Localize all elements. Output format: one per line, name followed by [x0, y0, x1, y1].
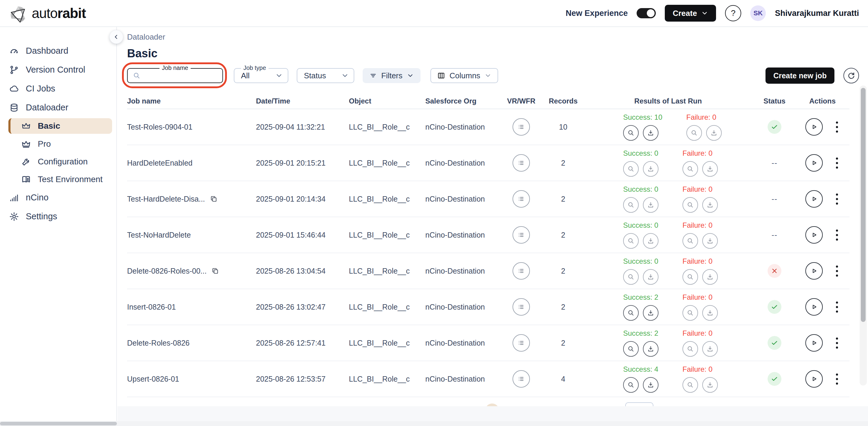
- view-failure-records-button[interactable]: [682, 269, 698, 285]
- run-job-button[interactable]: [805, 262, 823, 280]
- download-success-records-button[interactable]: [643, 305, 658, 321]
- job-name[interactable]: Upsert-0826-01: [127, 375, 179, 384]
- view-failure-records-button[interactable]: [682, 161, 698, 177]
- row-menu-button[interactable]: [834, 228, 840, 243]
- download-failure-records-button[interactable]: [702, 377, 718, 393]
- sidebar-item-label: Dataloader: [26, 103, 68, 113]
- run-job-button[interactable]: [805, 298, 823, 316]
- job-salesforce-org: nCino-Destination: [425, 195, 499, 203]
- copy-icon[interactable]: [211, 267, 219, 275]
- run-job-button[interactable]: [805, 334, 823, 351]
- download-failure-records-button[interactable]: [702, 269, 718, 285]
- run-job-button[interactable]: [805, 226, 823, 244]
- job-name[interactable]: HardDeleteEnabled: [127, 159, 192, 167]
- sidebar-item-pro[interactable]: Pro: [0, 135, 116, 153]
- sidebar-item-ci-jobs[interactable]: CI Jobs: [0, 79, 116, 98]
- sidebar-item-dashboard[interactable]: Dashboard: [0, 41, 116, 60]
- avatar[interactable]: SK: [750, 5, 766, 21]
- new-experience-toggle[interactable]: [637, 8, 656, 18]
- view-success-records-button[interactable]: [623, 125, 639, 141]
- horizontal-scrollbar[interactable]: [0, 421, 868, 426]
- download-failure-records-button[interactable]: [702, 233, 718, 249]
- view-success-records-button[interactable]: [623, 377, 639, 393]
- copy-icon[interactable]: [210, 195, 218, 203]
- sidebar-item-ncino[interactable]: nCino: [0, 188, 116, 207]
- vr-wfr-button[interactable]: [513, 190, 530, 207]
- view-success-records-button[interactable]: [623, 161, 639, 177]
- download-success-records-button[interactable]: [643, 197, 658, 213]
- vr-wfr-button[interactable]: [513, 226, 530, 244]
- download-success-records-button[interactable]: [643, 377, 658, 393]
- row-menu-button[interactable]: [834, 300, 840, 314]
- job-name-input[interactable]: [144, 72, 213, 80]
- create-button[interactable]: Create: [665, 5, 716, 22]
- job-name[interactable]: Test-NoHardDelete: [127, 231, 191, 239]
- brand-name: autorabit: [32, 5, 86, 21]
- vr-wfr-button[interactable]: [513, 154, 530, 172]
- vertical-scrollbar[interactable]: [860, 85, 867, 386]
- sidebar-item-version-control[interactable]: Version Control: [0, 60, 116, 79]
- table-row: Upsert-0826-01 2025-08-26 12:53:57 LLC_B…: [127, 361, 849, 397]
- scrollbar-thumb[interactable]: [861, 88, 866, 322]
- download-failure-records-button[interactable]: [702, 305, 718, 321]
- job-name[interactable]: Delete-0826-Roles-00...: [127, 267, 207, 276]
- download-success-records-button[interactable]: [643, 341, 658, 357]
- vr-wfr-button[interactable]: [513, 370, 530, 388]
- row-menu-button[interactable]: [834, 372, 840, 387]
- job-name[interactable]: Test-Roles-0904-01: [127, 123, 192, 132]
- create-new-job-button[interactable]: Create new job: [766, 67, 834, 84]
- download-success-records-button[interactable]: [643, 233, 658, 249]
- run-job-button[interactable]: [805, 370, 823, 388]
- job-name[interactable]: Delete-Roles-0826: [127, 339, 189, 347]
- view-success-records-button[interactable]: [623, 341, 639, 357]
- run-job-button[interactable]: [805, 118, 823, 136]
- vr-wfr-button[interactable]: [513, 118, 530, 136]
- download-success-records-button[interactable]: [643, 161, 658, 177]
- view-success-records-button[interactable]: [623, 305, 639, 321]
- sidebar-collapse-button[interactable]: [110, 30, 123, 44]
- download-failure-records-button[interactable]: [702, 197, 718, 213]
- view-success-records-button[interactable]: [623, 233, 639, 249]
- vr-wfr-button[interactable]: [513, 298, 530, 316]
- sidebar-item-dataloader[interactable]: Dataloader: [0, 98, 116, 117]
- filters-button[interactable]: Filters: [363, 68, 421, 83]
- job-name[interactable]: Test-HardDelete-Disa...: [127, 195, 205, 203]
- job-name-field[interactable]: Job name: [127, 68, 223, 83]
- job-type-select[interactable]: Job type All: [234, 68, 288, 83]
- download-failure-records-button[interactable]: [702, 341, 718, 357]
- row-menu-button[interactable]: [834, 336, 840, 350]
- job-name[interactable]: Insert-0826-01: [127, 303, 176, 311]
- run-job-button[interactable]: [805, 190, 823, 207]
- run-job-button[interactable]: [805, 154, 823, 172]
- download-failure-records-button[interactable]: [702, 161, 718, 177]
- refresh-button[interactable]: [843, 68, 859, 83]
- view-failure-records-button[interactable]: [682, 341, 698, 357]
- scrollbar-thumb[interactable]: [0, 422, 117, 425]
- sidebar-item-basic[interactable]: Basic: [8, 118, 112, 134]
- vr-wfr-button[interactable]: [513, 334, 530, 351]
- gear-icon: [9, 211, 19, 222]
- view-failure-records-button[interactable]: [682, 377, 698, 393]
- view-failure-records-button[interactable]: [682, 305, 698, 321]
- view-failure-records-button[interactable]: [682, 233, 698, 249]
- row-menu-button[interactable]: [834, 264, 840, 278]
- status-select[interactable]: Status: [297, 68, 354, 83]
- download-failure-records-button[interactable]: [706, 125, 722, 141]
- breadcrumb[interactable]: Dataloader: [127, 32, 868, 42]
- row-menu-button[interactable]: [834, 156, 840, 170]
- view-failure-records-button[interactable]: [682, 197, 698, 213]
- view-success-records-button[interactable]: [623, 197, 639, 213]
- row-menu-button[interactable]: [834, 192, 840, 206]
- help-button[interactable]: ?: [725, 5, 741, 21]
- row-menu-button[interactable]: [834, 120, 840, 134]
- sidebar-item-configuration[interactable]: Configuration: [0, 153, 116, 170]
- columns-button[interactable]: Columns: [430, 68, 498, 83]
- sidebar-item-settings[interactable]: Settings: [0, 207, 116, 226]
- vr-wfr-button[interactable]: [513, 262, 530, 280]
- download-success-records-button[interactable]: [643, 125, 658, 141]
- download-success-records-button[interactable]: [643, 269, 658, 285]
- sidebar-item-test-environment[interactable]: Test Environment: [0, 170, 116, 188]
- view-failure-records-button[interactable]: [686, 125, 702, 141]
- view-success-records-button[interactable]: [623, 269, 639, 285]
- download-icon: [647, 201, 655, 209]
